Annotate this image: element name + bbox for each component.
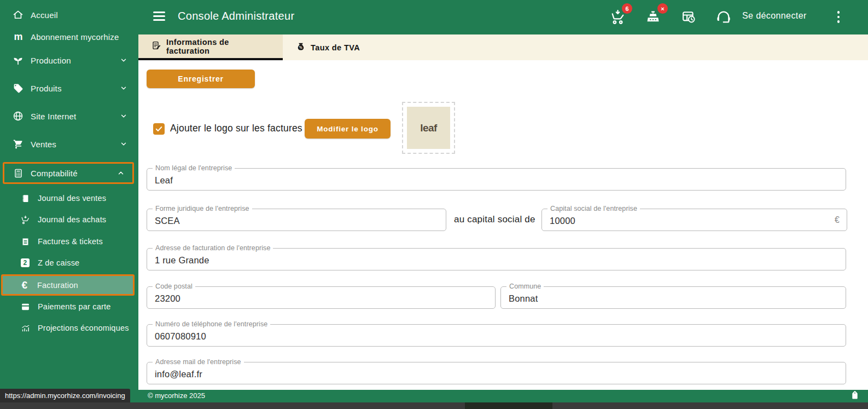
- field-label: Capital social de l'entreprise: [547, 205, 640, 212]
- chevron-down-icon: [120, 84, 127, 92]
- sidebar-item-label: Comptabilité: [31, 169, 78, 178]
- legal-name-field: Nom légal de l'entreprise: [147, 168, 846, 191]
- globe-icon: [13, 111, 24, 122]
- tax-bag-icon: %: [296, 42, 306, 53]
- tab-label: Informations de facturation: [166, 38, 270, 55]
- email-input[interactable]: [147, 362, 846, 384]
- euro-icon: €: [20, 280, 30, 290]
- shopping-cart-icon: [13, 139, 24, 149]
- address-field: Adresse de facturation de l'entreprise: [147, 248, 846, 270]
- tab-informations-facturation[interactable]: Informations de facturation: [138, 34, 283, 60]
- sidebar-subitem-z-de-caisse[interactable]: 2 Z de caisse: [0, 254, 138, 272]
- sidebar-item-label: Paiements par carte: [38, 302, 111, 311]
- sidebar-item-label: Journal des achats: [38, 215, 106, 224]
- euro-suffix: €: [835, 215, 840, 225]
- sidebar-item-label: Site Internet: [31, 112, 76, 121]
- field-label: Numéro de téléphone de l'entreprise: [153, 320, 270, 328]
- legal-form-field: Forme juridique de l'entreprise: [147, 209, 446, 231]
- chevron-down-icon: [120, 112, 127, 120]
- tab-taux-tva[interactable]: % Taux de TVA: [283, 34, 373, 60]
- viewport-bottom-strip: [0, 402, 868, 409]
- field-label: Adresse mail de l'entreprise: [153, 358, 244, 366]
- sidebar-item-accueil[interactable]: Accueil: [0, 4, 138, 25]
- logo-checkbox-label: Ajouter le logo sur les factures: [170, 123, 302, 134]
- billing-info-panel: Enregistrer Ajouter le logo sur les fact…: [138, 60, 868, 390]
- sidebar-item-site-internet[interactable]: Site Internet: [0, 106, 138, 126]
- page-title: Console Administrateur: [178, 10, 294, 22]
- receipt-icon: [20, 237, 30, 246]
- city-input[interactable]: [501, 287, 846, 308]
- sidebar-item-comptabilite[interactable]: Comptabilité: [3, 162, 134, 184]
- field-label: Adresse de facturation de l'entreprise: [153, 244, 273, 252]
- chart-icon: [20, 323, 30, 333]
- app-bar: Console Administrateur 6 × Se déconnecte…: [138, 0, 868, 34]
- sidebar-item-label: Abonnement mycorhize: [31, 32, 119, 42]
- modify-logo-button[interactable]: Modifier le logo: [305, 119, 391, 139]
- sidebar-subitem-projections[interactable]: Projections économiques: [0, 319, 138, 337]
- schedule-table-button[interactable]: [679, 7, 698, 27]
- sidebar-subitem-journal-ventes[interactable]: Journal des ventes: [0, 189, 138, 208]
- seedling-icon: [13, 55, 24, 66]
- sidebar-subitem-factures-tickets[interactable]: Factures & tickets: [0, 232, 138, 251]
- sidebar-item-label: Z de caisse: [38, 258, 79, 267]
- postal-code-field: Code postal: [147, 286, 496, 309]
- support-agent-button[interactable]: [714, 7, 733, 27]
- logo-preview[interactable]: leaf: [402, 102, 455, 154]
- postal-code-input[interactable]: [147, 287, 495, 308]
- cart-arrow-icon: [20, 215, 30, 224]
- tab-bar: Informations de facturation % Taux de TV…: [138, 34, 868, 60]
- footer: © mycorhize 2025: [0, 390, 868, 402]
- chevron-down-icon: [120, 140, 127, 148]
- home-icon: [13, 9, 24, 20]
- tag-icon: [13, 83, 24, 94]
- capital-connector-text: au capital social de: [454, 214, 535, 225]
- sidebar-item-produits[interactable]: Produits: [0, 78, 138, 99]
- phone-field: Numéro de téléphone de l'entreprise: [147, 324, 846, 347]
- field-label: Commune: [506, 283, 544, 290]
- sidebar-subitem-paiements-carte[interactable]: Paiements par carte: [0, 297, 138, 316]
- legal-name-input[interactable]: [147, 169, 846, 190]
- menu-icon[interactable]: [153, 11, 165, 21]
- chevron-up-icon: [117, 169, 125, 177]
- tab-label: Taux de TVA: [311, 43, 360, 52]
- field-label: Code postal: [153, 283, 195, 290]
- cash-register-button[interactable]: ×: [643, 7, 663, 27]
- sidebar-item-label: Projections économiques: [38, 324, 129, 332]
- logout-button[interactable]: Se déconnecter: [742, 11, 807, 21]
- version-tag-icon[interactable]: [850, 391, 859, 400]
- more-options-icon[interactable]: [833, 9, 844, 25]
- chevron-down-icon: [120, 56, 127, 64]
- save-button[interactable]: Enregistrer: [147, 70, 255, 88]
- sidebar-subitem-facturation[interactable]: € Facturation: [1, 274, 135, 296]
- sidebar-item-label: Ventes: [31, 140, 56, 149]
- field-label: Nom légal de l'entreprise: [153, 164, 235, 172]
- calculator-icon: [13, 168, 24, 178]
- sidebar-item-label: Accueil: [31, 10, 58, 20]
- mycorhize-icon: m: [13, 31, 24, 42]
- credit-card-icon: [20, 302, 30, 312]
- capital-field: Capital social de l'entreprise €: [541, 209, 847, 231]
- browser-status-url: https://admin.mycorhize.com/invoicing: [0, 389, 130, 402]
- logo-checkbox[interactable]: [153, 123, 165, 135]
- city-field: Commune: [500, 286, 846, 309]
- sidebar-item-label: Journal des ventes: [38, 194, 106, 203]
- sidebar-item-label: Facturation: [37, 281, 78, 290]
- field-label: Forme juridique de l'entreprise: [153, 205, 252, 212]
- company-logo: leaf: [407, 107, 450, 149]
- billing-form-icon: [152, 41, 161, 52]
- sidebar-item-label: Produits: [31, 84, 62, 93]
- sidebar-item-production[interactable]: Production: [0, 50, 138, 71]
- z-caisse-icon: 2: [20, 258, 30, 268]
- sidebar-item-label: Production: [31, 56, 71, 65]
- sidebar-item-abonnement[interactable]: m Abonnement mycorhize: [0, 26, 138, 47]
- journal-icon: [20, 193, 30, 203]
- sidebar-item-label: Factures & tickets: [38, 237, 103, 246]
- copyright-text: © mycorhize 2025: [148, 391, 205, 400]
- cart-badge: 6: [622, 3, 632, 14]
- register-badge: ×: [657, 3, 668, 14]
- svg-text:%: %: [299, 45, 302, 49]
- sidebar-subitem-journal-achats[interactable]: Journal des achats: [0, 210, 138, 229]
- cart-orders-button[interactable]: 6: [608, 7, 627, 27]
- sidebar-item-ventes[interactable]: Ventes: [0, 134, 138, 154]
- sidebar: Accueil m Abonnement mycorhize Productio…: [0, 0, 138, 390]
